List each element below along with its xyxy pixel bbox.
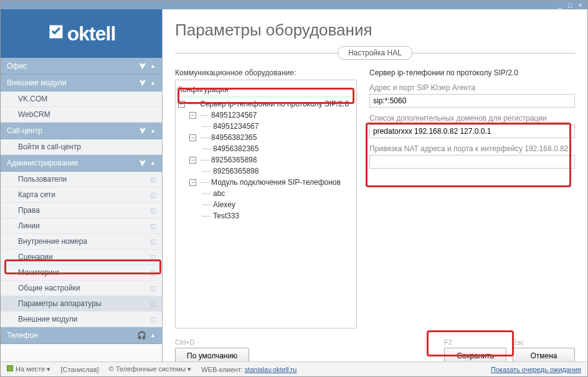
tree-leaf[interactable]: abc [178, 188, 354, 199]
tree-node[interactable]: − Модуль подключения SIP-телефонов [178, 177, 354, 188]
addr-label: Адрес и порт SIP Юзер Агента [369, 83, 575, 92]
tree-leaf[interactable]: 84951234567 [178, 121, 354, 132]
nav-section-label: Внешние модули [7, 78, 66, 87]
divider [175, 53, 338, 54]
tree-leaf[interactable]: 89256365898 [178, 165, 354, 177]
nav-item-label: VK.COM [18, 95, 47, 103]
nav-item-rights[interactable]: Права◱ [1, 203, 162, 218]
detach-icon: ◱ [150, 207, 156, 214]
nav-item-label: Параметры аппаратуры [18, 299, 102, 308]
nav-item-hardware-params[interactable]: Параметры аппаратуры◱ [1, 296, 162, 312]
config-tree[interactable]: Конфигурация − Сервер ip-телефонии по пр… [175, 80, 357, 328]
show-queue-link[interactable]: Показать очередь ожидания [491, 366, 581, 373]
detach-icon: ◱ [150, 285, 156, 292]
chevron-up-icon: ▲ [150, 332, 156, 338]
tree-leaf[interactable]: 84956382365 [178, 143, 354, 154]
nav-item-label: Общие настройки [18, 284, 80, 292]
nav-item-label: Права [18, 206, 40, 215]
main-panel: Параметры оборудования Настройка HAL Ком… [163, 9, 587, 361]
maximize-button[interactable]: □ [567, 1, 574, 9]
tree-leaf[interactable]: Alexey [178, 199, 354, 210]
nav-item-general-settings[interactable]: Общие настройки◱ [1, 281, 162, 296]
nav-section-label: Офис [7, 62, 27, 70]
default-button[interactable]: По умолчанию [175, 348, 249, 361]
nav-item-vkcom[interactable]: VK.COM [1, 91, 162, 107]
nat-input[interactable] [369, 155, 575, 169]
nav-section-admin[interactable]: Администрирование ⮟▲ [1, 155, 162, 172]
detach-icon: ◱ [150, 223, 156, 230]
collapse-icon[interactable]: − [178, 101, 185, 108]
tree-root[interactable]: − Сервер ip-телефонии по протоколу SIP/2… [178, 98, 354, 109]
nav-section-ext-modules[interactable]: Внешние модули ⮟▲ [1, 75, 162, 91]
collapse-icon[interactable]: − [189, 112, 196, 119]
collapse-icon[interactable]: − [189, 134, 196, 141]
nav-item-webcrm[interactable]: WebCRM [1, 107, 162, 123]
tab-hal[interactable]: Настройка HAL [338, 46, 412, 60]
nav-item-label: Сценарии [18, 253, 52, 261]
nav-item-monitoring[interactable]: Мониторинг◱ [1, 265, 162, 281]
nav-section-callcenter[interactable]: Call-центр ⮟▲ [1, 123, 162, 139]
logo: oktell [1, 9, 162, 58]
tree-node[interactable]: − 89256365898 [178, 154, 354, 165]
nav-item-ext-modules-admin[interactable]: Внешние модули◱ [1, 312, 162, 327]
nav-item-label: Линии [18, 221, 40, 230]
nav-item-enter-callcenter[interactable]: Войти в call-центр [1, 139, 162, 155]
presence-indicator[interactable]: На месте ▾ [7, 365, 50, 373]
close-button[interactable]: × [577, 1, 584, 9]
tree-node-label: 84951234567 [211, 111, 257, 119]
nav-item-users[interactable]: Пользователи◱ [1, 172, 162, 187]
detach-icon: ◱ [150, 176, 156, 183]
nav-item-extensions[interactable]: Внутренние номера◱ [1, 234, 162, 249]
collapse-icon[interactable]: − [189, 179, 196, 186]
addr-input[interactable] [369, 94, 575, 108]
chevron-up-icon: ▲ [150, 160, 156, 166]
default-shortcut: Ctrl+D [175, 338, 249, 346]
chevron-up-icon: ▲ [150, 128, 156, 134]
domains-label: Список дополнительных доменов для регист… [369, 114, 575, 123]
app-window: _ □ × oktell Офис ⮟▲ Внешние модули [0, 0, 588, 377]
nav-item-label: Внутренние номера [18, 237, 87, 246]
expand-icon: ⮟ [139, 78, 146, 87]
tree-header: Конфигурация [178, 84, 354, 96]
nav-item-scenarios[interactable]: Сценарии◱ [1, 249, 162, 265]
nav-item-label: Внешние модули [18, 315, 77, 323]
nav-item-netmap[interactable]: Карта сети◱ [1, 187, 162, 203]
tree-node[interactable]: − 84951234567 [178, 109, 354, 121]
nav-section-label: Администрирование [7, 159, 78, 167]
tree-node-label: Модуль подключения SIP-телефонов [211, 178, 341, 187]
web-client: WEB-клиент: stanislav.oktell.ru [201, 366, 296, 373]
web-client-link[interactable]: stanislav.oktell.ru [245, 366, 297, 373]
logo-icon [47, 22, 65, 45]
tree-leaf-label: abc [213, 189, 225, 198]
cancel-shortcut: Esc [513, 338, 575, 346]
page-title: Параметры оборудования [175, 21, 575, 40]
user-label: [Станислав] [60, 366, 98, 373]
detach-icon: ◱ [150, 300, 156, 307]
minimize-button[interactable]: _ [557, 1, 563, 9]
nav: Офис ⮟▲ Внешние модули ⮟▲ VK.COM WebCRM … [1, 58, 162, 361]
chevron-up-icon: ▲ [150, 80, 156, 86]
tree-node-label: 89256365898 [211, 156, 257, 164]
tree-leaf-label: 89256365898 [213, 167, 258, 175]
tree-node[interactable]: − 84956382365 [178, 132, 354, 143]
tree-leaf-label: 84951234567 [213, 122, 258, 131]
company-link[interactable]: © Телефонные системы ▾ [109, 365, 192, 373]
collapse-icon[interactable]: − [189, 157, 196, 164]
nav-item-label: WebCRM [18, 110, 50, 119]
cancel-button[interactable]: Отмена [513, 348, 575, 361]
save-button[interactable]: Сохранить [444, 348, 506, 361]
nav-item-label: Мониторинг [18, 268, 60, 277]
nav-section-label: Call-центр [7, 126, 42, 135]
nav-section-office[interactable]: Офис ⮟▲ [1, 58, 162, 75]
domains-input[interactable] [369, 124, 575, 138]
titlebar: _ □ × [1, 1, 587, 9]
status-dot-icon [7, 365, 13, 371]
tree-leaf[interactable]: Test333 [178, 210, 354, 221]
expand-icon: ⮟ [139, 126, 146, 135]
detach-icon: ◱ [150, 192, 156, 198]
nav-section-phone[interactable]: Телефон 🎧▲ [1, 327, 162, 344]
detach-icon: ◱ [150, 254, 156, 261]
tree-leaf-label: Test333 [213, 212, 239, 220]
nav-item-lines[interactable]: Линии◱ [1, 218, 162, 234]
nav-item-label: Пользователи [18, 175, 67, 184]
